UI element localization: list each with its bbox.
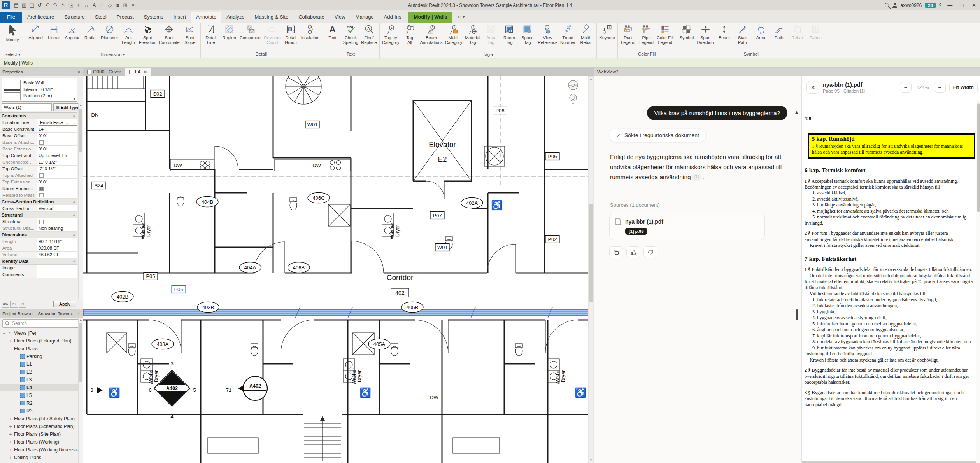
beam-annotations-button[interactable]: 1Beam Annotations: [419, 23, 444, 45]
detail-group-button[interactable]: ADetail Group: [282, 23, 300, 45]
property-value[interactable]: [37, 185, 77, 192]
tree-expander[interactable]: +: [9, 447, 12, 452]
plan-tag-404b[interactable]: 404B: [196, 197, 218, 207]
plan-tag-8[interactable]: 8: [90, 387, 93, 393]
floor-plan[interactable]: DNS02W01P06ElevatorE2P06DWDWS24404B406C4…: [83, 76, 594, 463]
plan-tag-s24[interactable]: S24: [92, 182, 106, 189]
search-input[interactable]: Search: [2, 319, 81, 328]
selected-wall[interactable]: [83, 307, 590, 318]
plan-tag-washer-dryer[interactable]: WasherDryer: [148, 368, 159, 385]
tree-item-l4[interactable]: L4: [0, 384, 83, 391]
plan-tag-e2[interactable]: E2: [438, 155, 447, 163]
switch-windows-icon[interactable]: ⊞: [121, 2, 129, 8]
minimize-button[interactable]: —: [945, 2, 955, 8]
plan-tag-5[interactable]: 5: [193, 387, 196, 393]
tree-expander[interactable]: −: [9, 346, 12, 351]
tree-item-floor-plans-working-[interactable]: +Floor Plans (Working): [0, 438, 83, 446]
tree-item-floor-plans-working-dimensic[interactable]: +Floor Plans (Working Dimensic: [0, 446, 83, 454]
project-browser-close-icon[interactable]: ✕: [77, 311, 81, 316]
properties-scrollbar[interactable]: ▲: [78, 103, 83, 299]
plan-tag-w01[interactable]: W01: [305, 121, 319, 128]
property-section-dimensions[interactable]: Dimensions˄: [0, 232, 77, 238]
thin-lines-icon[interactable]: ≋: [114, 2, 121, 8]
thumbs-down-button[interactable]: [643, 246, 657, 258]
plan-tag-dw[interactable]: DW: [312, 162, 321, 168]
plan-tag-washer-dryer[interactable]: WasherDryer: [351, 368, 362, 385]
property-section-cross-section-definition[interactable]: Cross-Section Definition˄: [0, 199, 77, 205]
area-tag-button[interactable]: Area Tag: [482, 23, 500, 45]
room-tag-button[interactable]: 1Room Tag: [500, 23, 518, 45]
detail-line-button[interactable]: Detail Line: [202, 23, 220, 45]
property-checkbox[interactable]: [39, 140, 44, 145]
ribbon-tab-analyze[interactable]: Analyze: [221, 12, 249, 23]
ribbon-tab-collaborate[interactable]: Collaborate: [293, 12, 330, 23]
plan-tag-washer-dryer[interactable]: WasherDryer: [555, 368, 566, 385]
drawing-area[interactable]: DNS02W01P06ElevatorE2P06DWDWS24404B406C4…: [83, 76, 594, 463]
ribbon-tab-file[interactable]: File: [0, 12, 22, 23]
plan-tag-402[interactable]: 402: [391, 288, 409, 297]
selection-filter-combo[interactable]: Walls (1)⌄: [2, 103, 52, 111]
plan-tag-p06[interactable]: P06: [493, 107, 507, 114]
measure-icon[interactable]: ⌖: [75, 2, 82, 9]
property-value[interactable]: 0' 0": [37, 146, 77, 152]
plan-tag-p07[interactable]: P07: [430, 212, 444, 219]
property-value[interactable]: 469.62 CF: [37, 252, 77, 258]
ribbon-tab-insert[interactable]: Insert: [168, 12, 191, 23]
search-status-pill[interactable]: ✓ Sökte i regulatoriska dokument: [610, 129, 705, 142]
source-card[interactable]: nya-bbr (1).pdf [1] p.95: [609, 213, 765, 240]
revision-cloud-button[interactable]: Revision Cloud: [263, 23, 282, 45]
redo-icon[interactable]: ↷: [51, 2, 59, 8]
tree-item-floor-plans-life-safety-plan-[interactable]: +Floor Plans (Life Safety Plan): [0, 415, 83, 423]
sort-za-icon[interactable]: Z↓: [19, 301, 26, 308]
tree-expander[interactable]: +: [9, 432, 12, 437]
plan-tag-403a[interactable]: 403A: [152, 339, 174, 349]
property-checkbox[interactable]: [39, 187, 44, 191]
edit-type-button[interactable]: ⊞ Edit Type: [53, 103, 81, 111]
tree-expander[interactable]: +: [9, 455, 12, 460]
properties-close-icon[interactable]: ✕: [77, 70, 81, 74]
token-badge[interactable]: 23: [925, 3, 935, 8]
panel-display-toggle[interactable]: ⊡ ▾: [458, 14, 465, 23]
tree-item-r3[interactable]: R3: [0, 407, 83, 415]
tree-item-l1[interactable]: L1: [0, 360, 83, 368]
plan-tag--[interactable]: ♿: [109, 387, 120, 398]
view-tab-g000-cover[interactable]: G000 - Cover: [83, 68, 125, 76]
material-tag-button[interactable]: 1Material Tag: [463, 23, 482, 45]
arc-length-button[interactable]: Arc Length: [119, 23, 138, 45]
revit-logo[interactable]: R: [2, 1, 10, 9]
tree-item-floor-plans-enlarged-plan-[interactable]: +Floor Plans (Enlarged Plan): [0, 337, 83, 345]
path-button[interactable]: Path: [770, 23, 788, 40]
plan-tag-p05[interactable]: P05: [144, 273, 158, 280]
thumbs-up-button[interactable]: [626, 246, 640, 258]
text-button[interactable]: AText: [323, 23, 342, 40]
tree-item-floor-plans-schematic-plan-[interactable]: +Floor Plans (Schematic Plan): [0, 423, 83, 430]
plan-tag-406c[interactable]: 406C: [308, 193, 330, 203]
beam-button[interactable]: Beam: [715, 23, 733, 40]
spot-slope-button[interactable]: Spot Slope: [181, 23, 199, 45]
plan-tag-402a[interactable]: 402A: [461, 198, 483, 208]
property-value[interactable]: [37, 265, 77, 271]
plan-tag-a402[interactable]: A402: [243, 376, 267, 400]
plan-tag-dw[interactable]: DW: [430, 395, 438, 400]
open-icon[interactable]: ▥: [20, 2, 28, 8]
find-replace-button[interactable]: AFind/ Replace: [360, 23, 378, 45]
plan-tag-405a[interactable]: 405A: [368, 339, 390, 349]
zoom-in-button[interactable]: +: [934, 82, 946, 93]
app-menu-icon[interactable]: ▤: [12, 2, 20, 8]
plan-tag--[interactable]: ♿: [575, 387, 586, 398]
type-selector[interactable]: Basic Wall Interior - 6 1/8" Partition (…: [2, 78, 77, 102]
sort-az-icon[interactable]: A↓: [10, 301, 18, 308]
print-icon[interactable]: ⎙: [59, 2, 67, 9]
check-spelling-button[interactable]: ABCCheck Spelling: [342, 23, 360, 45]
symbol-button[interactable]: Symbol: [677, 23, 696, 40]
plan-tag-3[interactable]: 3: [170, 361, 173, 367]
plan-tag-403b[interactable]: 403B: [197, 302, 219, 313]
ribbon-tab-massing-site[interactable]: Massing & Site: [249, 12, 293, 23]
plan-tag-elevator[interactable]: Elevator: [429, 140, 456, 149]
plan-tag--[interactable]: ♿: [359, 387, 371, 398]
type-dropdown-icon[interactable]: ▼: [73, 97, 76, 101]
ribbon-tab-view[interactable]: View: [330, 12, 351, 23]
property-section-identity-data[interactable]: Identity Data˄: [0, 258, 77, 265]
tree-item-parking[interactable]: Parking: [0, 353, 83, 360]
angular-button[interactable]: Angular: [63, 23, 81, 40]
